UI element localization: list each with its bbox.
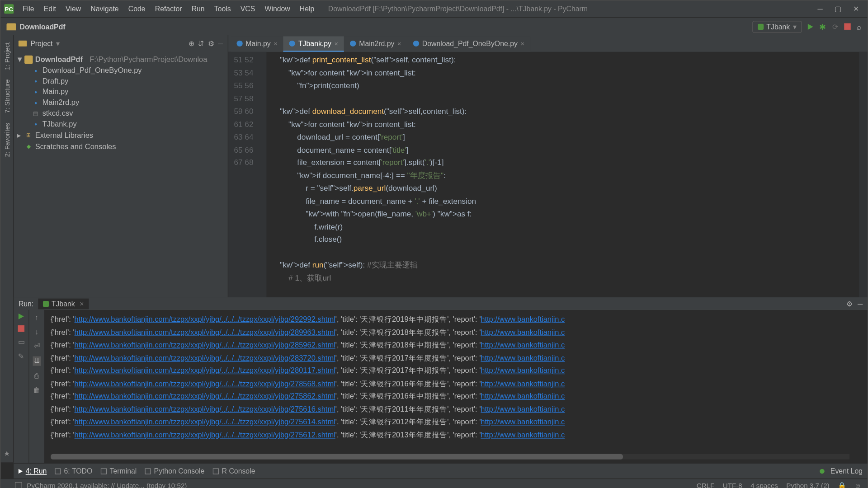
editor-tab[interactable]: TJbank.py× [283, 36, 344, 52]
pin-icon[interactable]: ✎ [18, 352, 24, 360]
minimize-icon[interactable]: ─ [818, 5, 823, 13]
tree-file[interactable]: TJbank.py [14, 118, 227, 129]
stop-process-icon[interactable] [18, 325, 25, 332]
interpreter[interactable]: Python 3.7 (2) [786, 482, 829, 488]
run-toolbar-1: ▭ ✎ [14, 310, 29, 463]
wrap-icon[interactable]: ⏎ [34, 342, 40, 350]
collapse-icon[interactable]: ⇵ [198, 39, 204, 47]
bottom-tab[interactable]: 4: Run [19, 467, 47, 475]
run-hide-icon[interactable]: ─ [858, 300, 863, 308]
window-title: DownloadPdf [F:\Python\PycharmProject\Do… [328, 5, 588, 13]
menu-view[interactable]: View [61, 3, 85, 15]
status-toggle-icon[interactable] [15, 482, 22, 488]
menu-window[interactable]: Window [260, 3, 294, 15]
maximize-icon[interactable]: ▢ [835, 5, 841, 13]
menu-run[interactable]: Run [187, 3, 208, 15]
editor-tab[interactable]: Download_Pdf_OneByOne.py× [407, 36, 530, 52]
tool-tab[interactable]: 7: Structure [2, 75, 12, 118]
status-message[interactable]: PyCharm 2020.1 available: // Update... (… [27, 482, 187, 488]
run-label: Run: [19, 300, 33, 308]
status-bar: PyCharm 2020.1 available: // Update... (… [0, 479, 867, 488]
run-settings-icon[interactable]: ⚙ [846, 300, 853, 308]
project-icon [19, 41, 27, 47]
settings-icon[interactable]: ⚙ [208, 39, 215, 47]
down-icon[interactable]: ↓ [35, 328, 38, 336]
console-output[interactable]: {'href': 'http://www.bankoftianjin.com/t… [45, 310, 868, 463]
run-toolbar-2: ↑ ↓ ⏎ ⇊ ⎙ 🗑 [29, 310, 45, 463]
search-icon[interactable]: ⌕ [857, 22, 862, 31]
tool-tab[interactable]: 2: Favorites [2, 118, 12, 162]
bottom-tab[interactable]: Terminal [101, 467, 137, 475]
editor-tab[interactable]: Main.py× [231, 36, 283, 52]
indent[interactable]: 4 spaces [750, 482, 778, 488]
left-toolbar: 1: Project7: Structure2: Favorites★ [0, 35, 14, 462]
editor-tab[interactable]: Main2rd.py× [344, 36, 407, 52]
menu-navigate[interactable]: Navigate [86, 3, 123, 15]
menu-file[interactable]: File [19, 3, 38, 15]
external-libraries[interactable]: ▸ External Libraries [14, 129, 227, 141]
scratches-consoles[interactable]: ▸ Scratches and Consoles [14, 141, 227, 152]
console-h-scrollbar[interactable] [51, 454, 849, 460]
run-panel-header: Run: TJbank × ⚙ ─ [14, 297, 867, 310]
update-icon[interactable]: ⟳ [832, 22, 838, 30]
run-tab[interactable]: TJbank × [38, 298, 89, 309]
bottom-tool-tabs: 4: Run6: TODOTerminalPython ConsoleR Con… [14, 463, 867, 479]
locate-icon[interactable]: ⊕ [189, 39, 194, 47]
tree-file[interactable]: Draft.py [14, 75, 227, 86]
folder-icon [7, 23, 16, 30]
main-menu: FileEditViewNavigateCodeRefactorRunTools… [19, 3, 319, 15]
editor-tabs: Main.py×TJbank.py×Main2rd.py×Download_Pd… [228, 35, 868, 52]
event-log-button[interactable]: Event Log [830, 467, 863, 475]
tree-file[interactable]: Main.py [14, 86, 227, 97]
hide-icon[interactable]: ─ [218, 39, 223, 47]
breadcrumb-project[interactable]: DownloadPdf [20, 22, 66, 30]
layout-icon[interactable]: ▭ [18, 338, 25, 346]
line-ending[interactable]: CRLF [697, 482, 715, 488]
menu-edit[interactable]: Edit [39, 3, 60, 15]
inspect-icon[interactable]: ☺ [854, 482, 861, 488]
menu-help[interactable]: Help [296, 3, 319, 15]
clear-icon[interactable]: 🗑 [33, 386, 40, 394]
menu-tools[interactable]: Tools [210, 3, 235, 15]
tool-tab[interactable]: 1: Project [2, 38, 12, 75]
rerun-icon[interactable] [19, 314, 24, 319]
title-bar: PC FileEditViewNavigateCodeRefactorRunTo… [0, 0, 867, 17]
debug-icon[interactable]: ✱ [819, 22, 826, 31]
print-icon[interactable]: ⎙ [34, 372, 38, 380]
favorite-icon[interactable]: ★ [4, 449, 10, 457]
close-icon[interactable]: ✕ [853, 5, 859, 13]
readonly-icon[interactable]: 🔒 [838, 481, 846, 488]
run-config-selector[interactable]: TJbank ▾ [752, 20, 802, 32]
menu-vcs[interactable]: VCS [236, 3, 259, 15]
bottom-tab[interactable]: R Console [213, 467, 255, 475]
bottom-tab[interactable]: 6: TODO [55, 467, 93, 475]
bottom-tab[interactable]: Python Console [145, 467, 205, 475]
navigation-bar: DownloadPdf TJbank ▾ ✱ ⟳ ⌕ [0, 17, 867, 35]
app-icon: PC [4, 4, 14, 14]
stop-icon[interactable] [844, 23, 851, 30]
menu-code[interactable]: Code [124, 3, 150, 15]
tree-file[interactable]: Download_Pdf_OneByOne.py [14, 65, 227, 76]
tree-file[interactable]: Main2rd.py [14, 97, 227, 108]
encoding[interactable]: UTF-8 [723, 482, 742, 488]
project-tool-title[interactable]: Project [30, 39, 52, 47]
menu-refactor[interactable]: Refactor [151, 3, 186, 15]
notification-dot-icon [820, 469, 825, 474]
up-icon[interactable]: ↑ [35, 314, 38, 322]
scroll-end-icon[interactable]: ⇊ [33, 357, 41, 366]
tree-root[interactable]: ▼ DownloadPdf F:\Python\PycharmProject\D… [14, 54, 227, 65]
tree-file[interactable]: stkcd.csv [14, 108, 227, 119]
run-icon[interactable] [808, 23, 813, 29]
